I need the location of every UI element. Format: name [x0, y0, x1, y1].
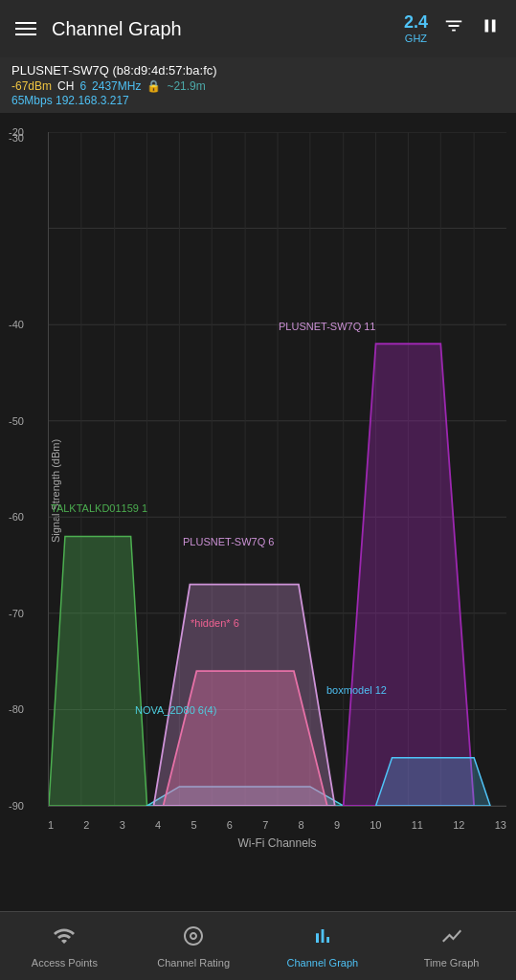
plusnet6-network-shape — [154, 585, 335, 806]
frequency-value: 2437MHz — [92, 79, 141, 93]
chart-svg — [49, 132, 506, 806]
network-details-row1: -67dBm CH 6 2437MHz 🔒 ~21.9m — [11, 79, 505, 93]
nav-label-time-graph: Time Graph — [424, 957, 480, 969]
pause-icon[interactable] — [480, 15, 501, 41]
frequency-number: 2.4 — [404, 13, 428, 33]
chart-inner: Signal Strength (dBm) — [0, 122, 516, 859]
frequency-unit: GHZ — [404, 33, 428, 44]
x-tick-9: 9 — [334, 819, 340, 831]
y-label-50: -50 — [9, 415, 24, 427]
bottom-navigation: Access Points Channel Rating Channel Gra… — [0, 911, 516, 980]
x-tick-8: 8 — [299, 819, 304, 831]
y-label-30: -30 — [9, 132, 24, 144]
hidden-label: *hidden* 6 — [191, 617, 239, 629]
boxmodel-network-shape — [376, 758, 490, 806]
target-icon — [182, 924, 205, 953]
network-info-bar: PLUSNET-SW7Q (b8:d9:4d:57:ba:fc) -67dBm … — [0, 57, 516, 113]
network-ssid: PLUSNET-SW7Q (b8:d9:4d:57:ba:fc) — [11, 63, 505, 78]
boxmodel-label: boxmodel 12 — [326, 684, 387, 696]
channel-number: 6 — [79, 79, 86, 93]
nav-item-time-graph[interactable]: Time Graph — [387, 912, 516, 980]
plusnet11-network-shape — [344, 344, 474, 806]
x-tick-7: 7 — [262, 819, 268, 831]
nav-item-channel-graph[interactable]: Channel Graph — [258, 912, 388, 980]
x-tick-12: 12 — [453, 819, 464, 831]
frequency-badge[interactable]: 2.4 GHZ — [404, 13, 428, 44]
x-tick-6: 6 — [227, 819, 233, 831]
y-label-40: -40 — [9, 319, 24, 330]
header-left: Channel Graph — [15, 18, 182, 40]
nav-label-access-points: Access Points — [32, 957, 98, 969]
nova-label: NOVA_2D80 6(4) — [135, 704, 216, 716]
bar-chart-icon — [311, 924, 334, 953]
distance-value: ~21.9m — [167, 79, 205, 93]
x-tick-13: 13 — [495, 819, 506, 831]
x-tick-11: 11 — [412, 819, 423, 831]
nav-item-access-points[interactable]: Access Points — [0, 912, 129, 980]
talktalk-network-shape — [49, 536, 147, 806]
header: Channel Graph 2.4 GHZ — [0, 0, 516, 57]
nav-item-channel-rating[interactable]: Channel Rating — [129, 912, 258, 980]
x-tick-4: 4 — [155, 819, 161, 831]
header-right: 2.4 GHZ — [404, 13, 501, 44]
plusnet6-label: PLUSNET-SW7Q 6 — [183, 536, 274, 547]
wifi-icon — [53, 924, 76, 953]
x-tick-1: 1 — [48, 819, 54, 831]
chart-container: Signal Strength (dBm) — [0, 113, 516, 859]
nav-label-channel-rating: Channel Rating — [157, 957, 230, 969]
lock-icon: 🔒 — [146, 79, 161, 93]
x-axis: 1 2 3 4 5 6 7 8 9 10 11 12 13 — [48, 819, 506, 831]
plusnet11-label: PLUSNET-SW7Q 11 — [279, 321, 375, 332]
page-title: Channel Graph — [52, 18, 182, 40]
menu-icon[interactable] — [15, 22, 36, 35]
line-chart-icon — [440, 924, 463, 953]
x-tick-2: 2 — [83, 819, 89, 831]
y-label-70: -70 — [9, 608, 24, 619]
channel-label: CH — [57, 79, 74, 93]
x-tick-5: 5 — [191, 819, 196, 831]
y-label-80: -80 — [9, 703, 24, 715]
x-tick-10: 10 — [370, 819, 381, 831]
x-axis-label: Wi-Fi Channels — [48, 836, 506, 850]
nav-label-channel-graph: Channel Graph — [287, 957, 359, 969]
y-label-60: -60 — [9, 511, 24, 523]
network-details-row2: 65Mbps 192.168.3.217 — [11, 94, 505, 107]
talktalk-label: TALKTALKD01159 1 — [51, 502, 147, 514]
signal-strength: -67dBm — [11, 79, 52, 93]
filter-icon[interactable] — [443, 15, 464, 41]
chart-grid: -20 -30 -40 -50 -60 -70 -80 -90 TALKTALK… — [48, 132, 506, 807]
x-tick-3: 3 — [120, 819, 125, 831]
y-label-90: -90 — [9, 800, 24, 812]
